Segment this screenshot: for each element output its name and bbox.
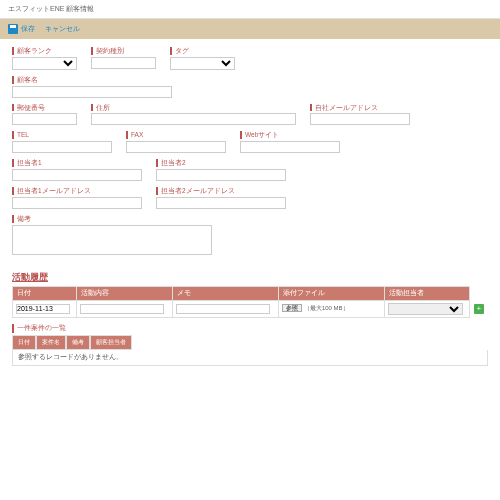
col-person: 活動担当者: [385, 286, 470, 300]
page-root: エスフィットENE 顧客情報 保存 キャンセル 顧客ランク 契約種別 タグ: [0, 0, 500, 500]
field-notes: 備考: [12, 215, 212, 255]
input-contact1[interactable]: [12, 169, 142, 181]
form-area: 顧客ランク 契約種別 タグ 顧客名 郵便番号: [0, 39, 500, 265]
field-postal: 郵便番号: [12, 104, 77, 126]
label-fax: FAX: [126, 131, 226, 139]
field-fax: FAX: [126, 131, 226, 153]
field-address: 住所: [91, 104, 296, 126]
field-rank: 顧客ランク: [12, 47, 77, 70]
label-tag: タグ: [170, 47, 235, 55]
input-website[interactable]: [240, 141, 340, 153]
matters-title: 一件案件の一覧: [12, 324, 66, 333]
label-website: Webサイト: [240, 131, 340, 139]
label-company-email: 自社メールアドレス: [310, 104, 410, 112]
breadcrumb: エスフィットENE 顧客情報: [0, 0, 500, 19]
col-date: 日付: [13, 286, 77, 300]
matters-col1: 日付: [12, 335, 36, 350]
file-size-note: （最大100 MB）: [304, 305, 349, 311]
label-address: 住所: [91, 104, 296, 112]
input-history-date[interactable]: [16, 304, 70, 314]
history-row: 参照 （最大100 MB） +: [13, 300, 488, 317]
input-fax[interactable]: [126, 141, 226, 153]
col-memo: メモ: [172, 286, 278, 300]
label-contact2: 担当者2: [156, 159, 286, 167]
save-label: 保存: [21, 24, 35, 34]
input-address[interactable]: [91, 113, 296, 125]
field-website: Webサイト: [240, 131, 340, 153]
input-history-content[interactable]: [80, 304, 164, 314]
col-content: 活動内容: [76, 286, 172, 300]
textarea-notes[interactable]: [12, 225, 212, 255]
field-company-email: 自社メールアドレス: [310, 104, 410, 126]
label-tel: TEL: [12, 131, 112, 139]
select-history-person[interactable]: [388, 303, 462, 315]
input-company-email[interactable]: [310, 113, 410, 125]
action-bar: 保存 キャンセル: [0, 19, 500, 39]
matters-header: 日付 案件名 備考 顧客担当者: [12, 335, 488, 350]
label-customer-name: 顧客名: [12, 76, 172, 84]
matters-section: 一件案件の一覧 日付 案件名 備考 顧客担当者 参照するレコードがありません。: [12, 324, 488, 366]
field-contact1: 担当者1: [12, 159, 142, 181]
field-contact2-email: 担当者2メールアドレス: [156, 187, 286, 209]
select-rank[interactable]: [12, 57, 77, 70]
cancel-button[interactable]: キャンセル: [45, 24, 80, 34]
label-rank: 顧客ランク: [12, 47, 77, 55]
matters-col2: 案件名: [36, 335, 66, 350]
input-contact2[interactable]: [156, 169, 286, 181]
file-browse-button[interactable]: 参照: [282, 304, 302, 312]
save-icon: [8, 24, 18, 34]
field-contact2: 担当者2: [156, 159, 286, 181]
input-postal[interactable]: [12, 113, 77, 125]
add-row-button[interactable]: +: [474, 304, 484, 314]
field-contact1-email: 担当者1メールアドレス: [12, 187, 142, 209]
history-table: 日付 活動内容 メモ 添付ファイル 活動担当者 参照 （最大100 MB） +: [12, 286, 488, 318]
label-notes: 備考: [12, 215, 212, 223]
select-tag[interactable]: [170, 57, 235, 70]
col-file: 添付ファイル: [278, 286, 384, 300]
field-tag: タグ: [170, 47, 235, 70]
input-tel[interactable]: [12, 141, 112, 153]
matters-empty-message: 参照するレコードがありません。: [12, 350, 488, 366]
label-contact1: 担当者1: [12, 159, 142, 167]
input-contact1-email[interactable]: [12, 197, 142, 209]
matters-col3: 備考: [66, 335, 90, 350]
input-contract-type[interactable]: [91, 57, 156, 69]
history-header-row: 日付 活動内容 メモ 添付ファイル 活動担当者: [13, 286, 488, 300]
field-tel: TEL: [12, 131, 112, 153]
label-contact1-email: 担当者1メールアドレス: [12, 187, 142, 195]
label-postal: 郵便番号: [12, 104, 77, 112]
label-contact2-email: 担当者2メールアドレス: [156, 187, 286, 195]
history-title: 活動履歴: [12, 271, 500, 284]
input-contact2-email[interactable]: [156, 197, 286, 209]
history-table-wrap: 日付 活動内容 メモ 添付ファイル 活動担当者 参照 （最大100 MB） +: [12, 286, 488, 318]
input-customer-name[interactable]: [12, 86, 172, 98]
input-history-memo[interactable]: [176, 304, 270, 314]
label-contract-type: 契約種別: [91, 47, 156, 55]
field-customer-name: 顧客名: [12, 76, 172, 98]
save-button[interactable]: 保存: [8, 24, 35, 34]
field-contract-type: 契約種別: [91, 47, 156, 70]
matters-col4: 顧客担当者: [90, 335, 132, 350]
